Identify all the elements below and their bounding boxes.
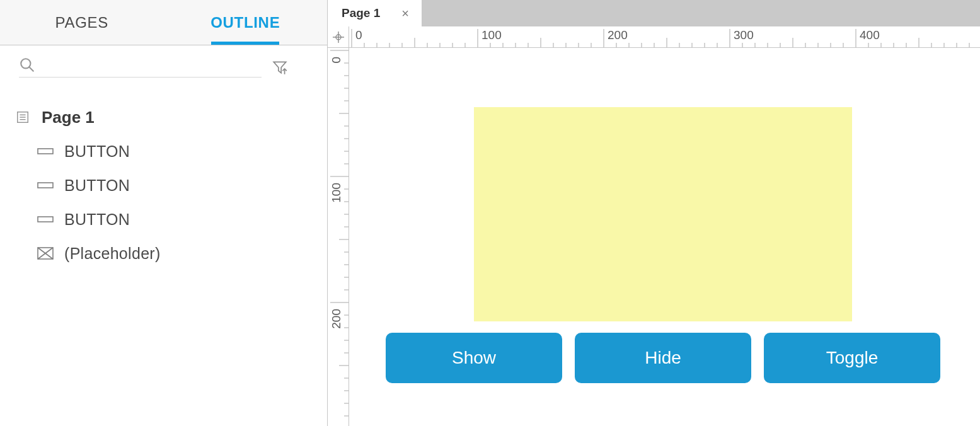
- tree-item-label: BUTTON: [64, 142, 130, 161]
- tree-page-label: Page 1: [42, 108, 95, 127]
- svg-rect-10: [38, 217, 53, 222]
- svg-text:200: 200: [330, 309, 343, 329]
- search-icon: [19, 57, 35, 73]
- svg-text:100: 100: [481, 28, 502, 42]
- show-button-label: Show: [452, 348, 496, 368]
- search-row: [0, 45, 308, 86]
- tree-item-button-2[interactable]: BUTTON: [14, 202, 327, 236]
- placeholder-widget-icon: [37, 246, 54, 260]
- placeholder-widget[interactable]: [474, 107, 852, 321]
- canvas-row: 0100200 Show Hide Toggle: [328, 48, 980, 426]
- button-widget-icon: [37, 144, 54, 158]
- vertical-ruler[interactable]: 0100200: [328, 48, 349, 426]
- svg-rect-9: [38, 183, 53, 188]
- toggle-button[interactable]: Toggle: [764, 333, 940, 383]
- horizontal-ruler[interactable]: 0100200300400: [349, 26, 980, 47]
- tab-outline-label: OUTLINE: [210, 14, 280, 32]
- tree-page-row[interactable]: Page 1: [14, 100, 327, 134]
- origin-icon: [333, 32, 344, 43]
- ruler-row: 0100200300400: [328, 26, 980, 48]
- design-canvas[interactable]: Show Hide Toggle: [349, 48, 980, 426]
- document-tab[interactable]: Page 1 ×: [328, 0, 422, 26]
- tree-item-label: BUTTON: [64, 210, 130, 229]
- svg-text:300: 300: [734, 28, 754, 42]
- search-wrap: [19, 57, 262, 78]
- filter-button[interactable]: [270, 58, 289, 77]
- tree-item-placeholder[interactable]: (Placeholder): [14, 236, 327, 270]
- hide-button-label: Hide: [645, 348, 681, 368]
- tab-pages-label: PAGES: [55, 14, 108, 32]
- sidebar-tabstrip: PAGES OUTLINE: [0, 0, 327, 45]
- page-icon: [14, 110, 32, 124]
- search-input[interactable]: [35, 58, 262, 72]
- app-root: PAGES OUTLINE: [0, 0, 980, 426]
- svg-rect-8: [38, 149, 53, 154]
- outline-tree: Page 1 BUTTON BUTTON: [0, 98, 327, 270]
- button-widget-icon: [37, 212, 54, 226]
- filter-icon: [272, 59, 288, 76]
- main-area: Page 1 × 0100200300400 0100200: [328, 0, 980, 426]
- toggle-button-label: Toggle: [826, 348, 879, 368]
- show-button[interactable]: Show: [386, 333, 562, 383]
- button-widget-icon: [37, 178, 54, 192]
- svg-text:0: 0: [330, 57, 343, 64]
- close-tab-button[interactable]: ×: [399, 6, 412, 21]
- svg-text:100: 100: [330, 183, 343, 203]
- tab-pages[interactable]: PAGES: [0, 0, 164, 45]
- svg-text:400: 400: [860, 28, 880, 42]
- svg-line-1: [29, 67, 33, 71]
- left-sidebar: PAGES OUTLINE: [0, 0, 328, 426]
- svg-text:0: 0: [355, 28, 362, 42]
- tree-item-button-0[interactable]: BUTTON: [14, 134, 327, 168]
- svg-text:200: 200: [608, 28, 628, 42]
- tree-item-label: (Placeholder): [64, 245, 161, 263]
- document-tabstrip: Page 1 ×: [328, 0, 980, 26]
- tree-item-label: BUTTON: [64, 176, 130, 195]
- document-tab-label: Page 1: [342, 6, 380, 20]
- ruler-origin-button[interactable]: [328, 26, 349, 47]
- tree-item-button-1[interactable]: BUTTON: [14, 168, 327, 202]
- hide-button[interactable]: Hide: [575, 333, 751, 383]
- tab-outline[interactable]: OUTLINE: [164, 0, 328, 45]
